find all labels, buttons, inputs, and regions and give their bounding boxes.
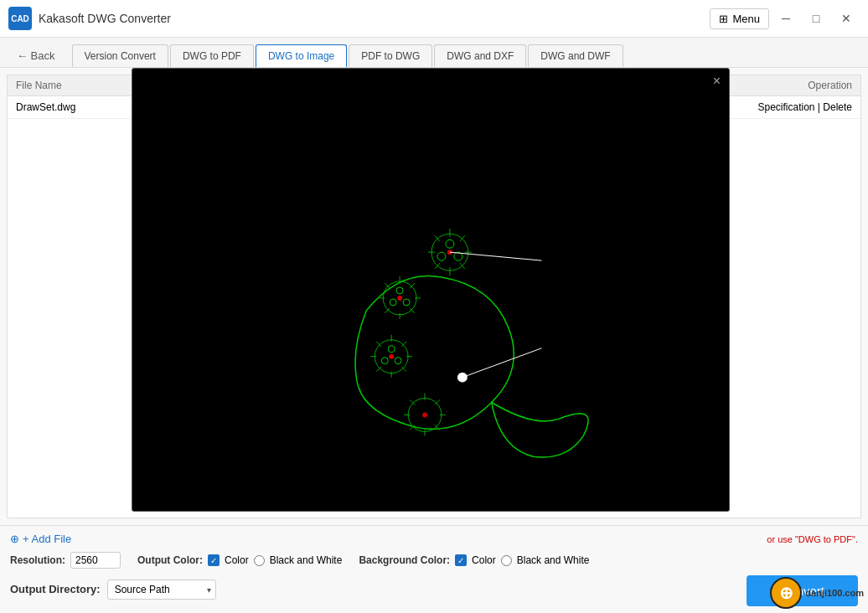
preview-svg — [132, 69, 729, 511]
minimize-button[interactable]: ─ — [772, 8, 799, 28]
add-file-row: ⊕ + Add File or use "DWG to PDF". — [10, 533, 858, 545]
output-color-setting: Output Color: ✓ Color Black and White — [137, 554, 342, 566]
watermark-text: danji100.com — [805, 588, 864, 598]
preview-close-button[interactable]: × — [713, 74, 721, 89]
bottom-controls: ⊕ + Add File or use "DWG to PDF". Resolu… — [0, 525, 868, 613]
tab-dwg-to-image[interactable]: DWG to Image — [256, 44, 347, 67]
close-button[interactable]: ✕ — [833, 8, 860, 28]
tab-version-convert[interactable]: Version Convert — [72, 44, 168, 67]
bg-color-checkbox[interactable]: ✓ — [455, 554, 467, 566]
output-color-label: Output Color: — [137, 554, 203, 566]
output-dir-convert-row: Output Directory: Source Path Custom Pat… — [10, 575, 858, 606]
bg-bw-radio[interactable] — [501, 555, 512, 566]
resolution-setting: Resolution: — [10, 552, 121, 569]
bg-color-setting: Background Color: ✓ Color Black and Whit… — [359, 554, 589, 566]
svg-point-40 — [422, 412, 427, 417]
maximize-button[interactable]: □ — [803, 8, 829, 28]
resolution-label: Resolution: — [10, 554, 65, 566]
bw-option-label: Black and White — [270, 554, 343, 566]
preview-canvas — [132, 69, 729, 511]
bg-color-label: Background Color: — [359, 554, 450, 566]
specification-link[interactable]: Specification — [757, 101, 814, 113]
grid-icon: ⊞ — [719, 13, 728, 25]
title-bar-left: CAD Kakasoft DWG Converter — [8, 7, 171, 30]
color-option-label: Color — [225, 554, 249, 566]
main-content: File Name Status Operation DrawSet.dwg S… — [0, 68, 868, 613]
output-dir-row: Output Directory: Source Path Custom Pat… — [10, 580, 216, 600]
output-dir-select[interactable]: Source Path Custom Path — [107, 580, 216, 600]
output-dir-select-wrapper: Source Path Custom Path — [107, 580, 216, 600]
svg-point-27 — [389, 354, 394, 359]
app-icon: CAD — [8, 7, 32, 30]
resolution-input[interactable] — [70, 552, 121, 569]
plus-circle-icon: ⊕ — [10, 533, 19, 545]
tab-dwg-and-dxf[interactable]: DWG and DXF — [434, 44, 526, 67]
tab-pdf-to-dwg[interactable]: PDF to DWG — [349, 44, 432, 67]
add-file-button[interactable]: ⊕ + Add File — [10, 533, 71, 545]
watermark: ⊕ danji100.com — [770, 577, 864, 609]
bw-radio[interactable] — [254, 555, 265, 566]
menu-button[interactable]: ⊞ Menu — [710, 8, 769, 29]
output-dir-label: Output Directory: — [10, 583, 101, 595]
delete-link[interactable]: Delete — [823, 101, 852, 113]
back-button[interactable]: ← Back — [8, 44, 64, 67]
watermark-icon: ⊕ — [770, 577, 802, 609]
nav-bar: ← Back Version Convert DWG to PDF DWG to… — [0, 38, 868, 68]
warning-text: or use "DWG to PDF". — [767, 534, 858, 544]
settings-row: Resolution: Output Color: ✓ Color Black … — [10, 552, 858, 569]
tab-dwg-to-pdf[interactable]: DWG to PDF — [170, 44, 254, 67]
app-title: Kakasoft DWG Converter — [39, 12, 171, 25]
color-checkbox[interactable]: ✓ — [208, 554, 220, 566]
svg-point-14 — [397, 296, 402, 301]
tab-dwg-and-dwf[interactable]: DWG and DWF — [528, 44, 623, 67]
window-controls: ⊞ Menu ─ □ ✕ — [710, 8, 860, 29]
bg-color-option-label: Color — [472, 554, 496, 566]
preview-overlay: × — [132, 68, 730, 512]
title-bar: CAD Kakasoft DWG Converter ⊞ Menu ─ □ ✕ — [0, 0, 868, 38]
bg-bw-option-label: Black and White — [517, 554, 590, 566]
svg-rect-0 — [132, 69, 728, 511]
